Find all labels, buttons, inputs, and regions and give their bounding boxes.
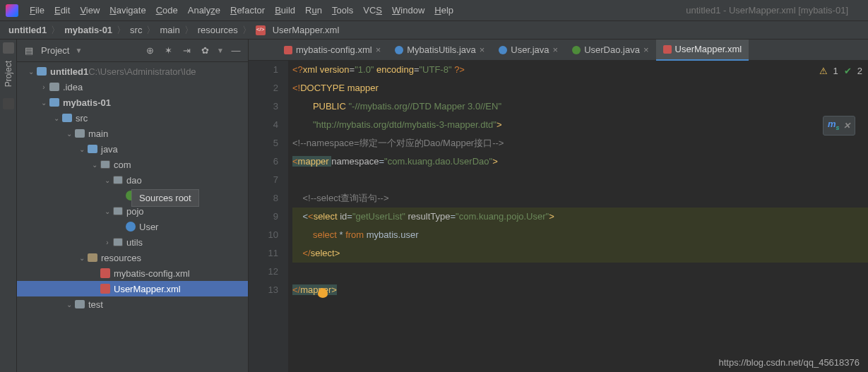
line-number[interactable]: 7 [249,171,278,189]
editor-tab[interactable]: User.java× [492,40,565,61]
expand-arrow-icon[interactable]: ⌄ [51,114,62,122]
expand-arrow-icon[interactable]: › [38,83,49,91]
tree-node[interactable]: ⌄untitled1 C:\Users\Administrator\Ide [17,64,248,79]
expand-arrow-icon[interactable]: ⌄ [64,301,75,308]
expand-arrow-icon[interactable]: › [102,239,113,246]
code-area[interactable]: 12345678910111213 ⚠1 ✔2 ms ✕ <?xml versi… [249,61,868,372]
menu-refactor[interactable]: Refactor [230,5,265,16]
tree-label: UserMapper.xml [114,284,181,294]
line-number[interactable]: 6 [249,152,278,171]
tree-node[interactable]: UserMapper.xml [17,281,248,296]
tree-node[interactable]: ›.idea [17,79,248,95]
settings-icon[interactable]: ✿ [198,44,211,57]
expand-arrow-icon[interactable]: ⌄ [38,99,49,107]
line-number[interactable]: 8 [249,189,278,208]
int-file-icon [572,46,581,54]
line-number[interactable]: 2 [249,79,278,97]
expand-arrow-icon[interactable]: ⌄ [102,208,113,215]
line-number[interactable]: 3 [249,97,278,116]
editor-tab[interactable]: MybatisUtils.java× [388,40,492,61]
editor-tabs: mybatis-config.xml×MybatisUtils.java×Use… [249,40,868,61]
menu-file[interactable]: File [30,5,44,16]
line-number[interactable]: 9 [249,208,278,226]
ide-logo-icon [6,4,18,17]
breadcrumb-item[interactable]: untitled1 [8,25,47,35]
breadcrumb-item[interactable]: resources [198,25,238,35]
tree-label: mybatis-config.xml [114,268,190,279]
line-number[interactable]: 5 [249,134,278,152]
menu-code[interactable]: Code [156,5,178,16]
structure-tool-icon[interactable] [3,98,14,109]
menu-help[interactable]: Help [434,5,453,16]
expand-icon[interactable]: ✶ [162,44,174,57]
line-number[interactable]: 13 [249,281,278,299]
breadcrumb-item[interactable]: mybatis-01 [64,25,112,35]
close-tab-icon[interactable]: × [480,44,485,55]
tree-node[interactable]: ⌄com [17,157,248,172]
folder-icon [75,300,85,308]
menu-run[interactable]: Run [305,5,322,16]
ok-icon: ✔ [844,62,852,80]
tree-node[interactable]: ⌄test [17,296,248,312]
project-title[interactable]: Project [41,45,69,56]
tree-node[interactable]: ⌄mybatis-01 [17,95,248,110]
tree-node[interactable]: ⌄main [17,126,248,141]
project-tree[interactable]: Sources root ⌄untitled1 C:\Users\Adminis… [17,62,248,372]
editor-tab[interactable]: UserDao.java× [565,40,655,61]
tree-node[interactable]: ⌄dao [17,172,248,188]
close-tab-icon[interactable]: × [376,44,381,55]
expand-arrow-icon[interactable]: ⌄ [76,145,88,153]
folder-icon [49,83,59,91]
tree-node[interactable]: ⌄java [17,141,248,157]
intention-bulb-icon[interactable] [318,288,328,298]
menu-view[interactable]: View [80,5,100,16]
project-tool-icon[interactable] [3,42,14,54]
line-number[interactable]: 1 [249,61,278,79]
close-icon[interactable]: ✕ [843,116,850,135]
code-content[interactable]: ⚠1 ✔2 ms ✕ <?xml version="1.0" encoding=… [288,61,868,372]
menu-vcs[interactable]: VCS [363,5,382,16]
tree-node[interactable]: mybatis-config.xml [17,265,248,281]
warning-count: 1 [833,62,838,80]
menu-edit[interactable]: Edit [54,5,70,16]
expand-arrow-icon[interactable]: ⌄ [102,176,113,184]
tree-node[interactable]: ⌄resources [17,250,248,265]
folder-icon [113,176,123,184]
project-tool-label[interactable]: Project [2,58,15,90]
tree-node[interactable]: ›utils [17,234,248,250]
tree-node[interactable]: User [17,219,248,234]
breadcrumb-item[interactable]: UserMapper.xml [273,25,340,35]
close-tab-icon[interactable]: × [643,44,649,55]
menu-build[interactable]: Build [275,5,295,16]
tab-label: UserDao.java [584,44,640,55]
breadcrumb-item[interactable]: src [130,25,142,35]
project-view-icon: ▤ [23,44,35,57]
expand-arrow-icon[interactable]: ⌄ [76,254,88,262]
line-number[interactable]: 12 [249,263,278,281]
expand-arrow-icon[interactable]: ⌄ [25,68,37,76]
mybatis-plugin-badge[interactable]: ms ✕ [823,116,855,136]
locate-icon[interactable]: ⊕ [143,44,156,57]
line-number[interactable]: 4 [249,116,278,134]
menu-analyze[interactable]: Analyze [188,5,220,16]
expand-arrow-icon[interactable]: ⌄ [64,130,75,138]
editor-tab[interactable]: UserMapper.xml [656,40,749,61]
chevron-down-icon[interactable]: ▼ [217,47,224,54]
inspection-widget[interactable]: ⚠1 ✔2 [819,62,862,80]
line-number[interactable]: 10 [249,226,278,244]
tree-node[interactable]: ⌄src [17,110,248,126]
menu-navigate[interactable]: Navigate [109,5,145,16]
tree-label: User [139,222,158,232]
menu-tools[interactable]: Tools [332,5,353,16]
expand-arrow-icon[interactable]: ⌄ [89,161,100,169]
collapse-icon[interactable]: ⇥ [180,44,193,57]
hide-icon[interactable]: — [230,44,242,57]
xml-file-icon [663,45,672,54]
breadcrumb-item[interactable]: main [160,25,179,35]
close-tab-icon[interactable]: × [553,44,559,55]
menu-window[interactable]: Window [392,5,424,16]
dropdown-arrow-icon[interactable]: ▼ [75,47,82,54]
project-header: ▤ Project ▼ ⊕ ✶ ⇥ ✿ ▼ — [17,40,248,62]
editor-tab[interactable]: mybatis-config.xml× [277,40,388,61]
line-number[interactable]: 11 [249,244,278,263]
